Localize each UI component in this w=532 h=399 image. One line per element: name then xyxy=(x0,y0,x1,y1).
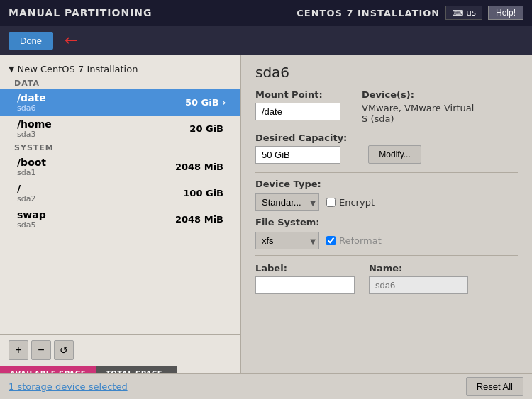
part-device-sda6: sda6 xyxy=(17,103,185,113)
group-header[interactable]: ▼ New CentOS 7 Installation xyxy=(0,61,240,77)
arrow-icon: ← xyxy=(65,33,77,48)
device-type-row: Standar... ▼ Encrypt xyxy=(255,193,518,211)
lang-selector[interactable]: ⌨ us xyxy=(445,6,482,20)
encrypt-checkbox-row: Encrypt xyxy=(326,197,375,208)
label-name-row: Label: Name: xyxy=(255,263,518,294)
reset-all-button[interactable]: Reset All xyxy=(466,377,523,396)
device-type-label: Device Type: xyxy=(255,179,321,189)
section-data-label: DATA xyxy=(0,77,240,89)
part-name-date: /date xyxy=(17,92,185,103)
part-info-date: /date sda6 xyxy=(17,92,185,113)
partition-list: ▼ New CentOS 7 Installation DATA /date s… xyxy=(0,55,240,334)
done-button[interactable]: Done xyxy=(9,32,53,50)
part-size-root: 100 GiB xyxy=(183,188,223,198)
encrypt-checkbox[interactable] xyxy=(326,198,336,207)
encrypt-label[interactable]: Encrypt xyxy=(339,197,375,208)
part-info-swap: swap sda5 xyxy=(17,209,175,230)
capacity-group: Desired Capacity: xyxy=(255,133,347,164)
add-partition-button[interactable]: + xyxy=(9,340,28,360)
remove-partition-button[interactable]: − xyxy=(31,340,51,360)
part-info-root: / sda2 xyxy=(17,183,183,203)
header-right: CENTOS 7 INSTALLATION ⌨ us Help! xyxy=(297,6,523,20)
part-name-home: /home xyxy=(17,118,189,130)
section-system-label: SYSTEM xyxy=(0,142,240,154)
file-system-section: File System: xyxy=(255,217,518,227)
left-panel: ▼ New CentOS 7 Installation DATA /date s… xyxy=(0,55,241,399)
file-system-select-wrapper: xfs ▼ xyxy=(255,232,319,249)
label-input[interactable] xyxy=(255,276,355,294)
part-device-sda2: sda2 xyxy=(17,194,183,203)
main-area: ▼ New CentOS 7 Installation DATA /date s… xyxy=(0,55,532,399)
file-system-select[interactable]: xfs xyxy=(255,232,319,249)
part-size-swap: 2048 MiB xyxy=(175,214,223,225)
devices-value: VMware, VMware Virtual S (sda) xyxy=(362,103,482,124)
mount-point-group: Mount Point: xyxy=(255,89,340,124)
device-type-section: Device Type: xyxy=(255,179,518,189)
part-size-date: 50 GiB xyxy=(185,97,219,108)
part-name-boot: /boot xyxy=(17,157,175,168)
capacity-label: Desired Capacity: xyxy=(255,133,347,143)
part-info-home: /home sda3 xyxy=(17,118,189,139)
device-type-select-wrapper: Standar... ▼ xyxy=(255,193,319,211)
group-arrow-icon: ▼ xyxy=(9,64,14,74)
part-device-sda3: sda3 xyxy=(17,130,189,139)
modify-group: Modify... xyxy=(368,133,421,164)
file-system-label: File System: xyxy=(255,217,320,227)
refresh-button[interactable]: ↺ xyxy=(54,340,74,360)
partition-item-root[interactable]: / sda2 100 GiB xyxy=(0,180,240,206)
part-size-home: 20 GiB xyxy=(189,123,223,134)
capacity-modify-row: Desired Capacity: Modify... xyxy=(255,133,518,164)
reformat-checkbox[interactable] xyxy=(326,236,336,245)
toolbar: Done ← xyxy=(0,26,532,55)
part-device-sda5: sda5 xyxy=(17,220,175,230)
name-field-label: Name: xyxy=(369,263,468,274)
divider-2 xyxy=(255,255,518,256)
modify-button[interactable]: Modify... xyxy=(368,145,421,164)
app-title: MANUAL PARTITIONING xyxy=(9,7,153,18)
content-area: ▼ New CentOS 7 Installation DATA /date s… xyxy=(0,55,532,399)
part-size-boot: 2048 MiB xyxy=(175,162,223,172)
mount-devices-row: Mount Point: Device(s): VMware, VMware V… xyxy=(255,89,518,124)
file-system-row: xfs ▼ Reformat xyxy=(255,232,518,249)
name-input[interactable] xyxy=(369,276,468,294)
label-group: Label: xyxy=(255,263,355,294)
mount-point-input[interactable] xyxy=(255,103,340,120)
divider-1 xyxy=(255,172,518,173)
help-button[interactable]: Help! xyxy=(488,6,523,20)
partition-item-swap[interactable]: swap sda5 2048 MiB xyxy=(0,206,240,232)
reformat-checkbox-row: Reformat xyxy=(326,235,382,246)
group-label: New CentOS 7 Installation xyxy=(17,64,138,74)
device-type-select[interactable]: Standar... xyxy=(255,193,319,211)
bottom-bar: 1 storage device selected Reset All xyxy=(0,373,532,399)
partition-item-home[interactable]: /home sda3 20 GiB xyxy=(0,116,240,142)
header: MANUAL PARTITIONING CENTOS 7 INSTALLATIO… xyxy=(0,0,532,26)
reformat-label[interactable]: Reformat xyxy=(339,235,382,246)
mount-point-label: Mount Point: xyxy=(255,89,340,100)
part-device-sda1: sda1 xyxy=(17,168,175,177)
devices-label: Device(s): xyxy=(362,89,482,100)
lang-value: us xyxy=(466,8,476,18)
right-panel: sda6 Mount Point: Device(s): VMware, VMw… xyxy=(241,55,532,399)
install-group: ▼ New CentOS 7 Installation DATA /date s… xyxy=(0,61,240,232)
partition-controls: + − ↺ xyxy=(0,334,240,366)
install-title: CENTOS 7 INSTALLATION xyxy=(297,8,440,18)
partition-item-date[interactable]: /date sda6 50 GiB › xyxy=(0,89,240,116)
chevron-right-icon: › xyxy=(222,96,226,109)
storage-device-link[interactable]: 1 storage device selected xyxy=(9,381,128,392)
label-field-label: Label: xyxy=(255,263,355,274)
name-group: Name: xyxy=(369,263,468,294)
detail-title: sda6 xyxy=(255,64,518,81)
part-name-swap: swap xyxy=(17,209,175,220)
part-info-boot: /boot sda1 xyxy=(17,157,175,177)
part-name-root: / xyxy=(17,183,183,194)
partition-item-boot[interactable]: /boot sda1 2048 MiB xyxy=(0,154,240,180)
devices-group: Device(s): VMware, VMware Virtual S (sda… xyxy=(362,89,482,124)
capacity-input[interactable] xyxy=(255,146,340,164)
